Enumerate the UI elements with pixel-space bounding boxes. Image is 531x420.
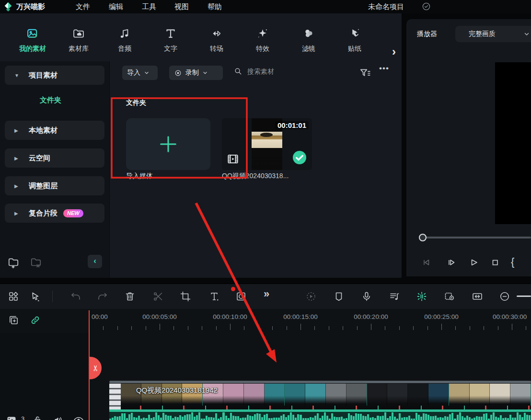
tab-stickers[interactable]: 贴纸 — [333, 22, 377, 57]
lock-open-icon[interactable] — [32, 414, 43, 420]
mask-tool-icon[interactable] — [235, 291, 247, 302]
mute-speaker-icon[interactable] — [53, 414, 64, 420]
previous-frame-button[interactable] — [421, 257, 432, 268]
tab-text[interactable]: 文字 — [149, 22, 193, 57]
sidebar-item-folder[interactable]: 文件夹 — [28, 96, 73, 105]
sidebar-item-adjustment-layer[interactable]: ▶ 调整图层 — [5, 176, 104, 195]
ruler-label: 00:00:30:00 — [493, 313, 527, 320]
clip-waveform — [109, 412, 531, 420]
chevron-down-icon — [523, 31, 530, 37]
track-header-column: 3 视频 3 — [0, 333, 89, 420]
timeline-ruler[interactable]: 00:00 00:00:05:00 00:00:10:00 00:00:15:0… — [89, 309, 531, 333]
ruler-label: 00:00:10:00 — [213, 313, 247, 320]
delete-icon[interactable] — [124, 291, 136, 302]
more-options-button[interactable]: ••• — [379, 64, 389, 73]
duplicate-icon[interactable] — [8, 315, 19, 326]
project-title: 未命名项目 — [368, 2, 404, 11]
media-panel: 导入 录制 ••• 文件夹 导入媒体 00:01:01 — [109, 61, 402, 278]
quality-dropdown[interactable]: 完整画质 — [455, 26, 531, 42]
menu-edit[interactable]: 编辑 — [109, 2, 123, 11]
search-icon — [233, 67, 242, 76]
player-panel: 播放器 完整画质 { — [406, 19, 531, 276]
tab-transitions[interactable]: 转场 — [195, 22, 239, 57]
timeline-horizontal-scrollbar[interactable] — [109, 381, 531, 383]
stock-media-icon — [72, 27, 85, 40]
chevron-down-icon — [202, 70, 208, 76]
marker-icon[interactable] — [333, 291, 345, 302]
text-tool-icon[interactable] — [208, 291, 220, 302]
chevron-right-icon: ▶ — [14, 211, 20, 216]
ruler-label: 00:00:20:00 — [354, 313, 388, 320]
notification-dot — [231, 287, 235, 291]
layout-tools-icon[interactable] — [8, 291, 19, 302]
menu-file[interactable]: 文件 — [76, 2, 90, 11]
seek-track[interactable] — [423, 237, 531, 238]
sidebar-item-compound-clip[interactable]: ▶ 复合片段 NEW — [5, 204, 104, 223]
search-input[interactable] — [246, 67, 320, 76]
track-number: 3 — [21, 415, 24, 420]
filter-icon[interactable] — [359, 67, 371, 79]
ruler-ticks — [89, 324, 531, 331]
record-button[interactable]: 录制 — [169, 66, 223, 80]
player-title: 播放器 — [417, 30, 437, 38]
import-button[interactable]: 导入 — [122, 66, 158, 80]
next-frame-button[interactable] — [446, 257, 457, 268]
clip-title: QQ视频20240303181942 — [136, 386, 218, 395]
app-logo-icon — [3, 1, 13, 12]
mark-in-button[interactable]: { — [511, 256, 514, 268]
tab-effects[interactable]: 特效 — [241, 22, 285, 57]
sidebar-item-local-media[interactable]: ▶ 本地素材 — [5, 121, 104, 140]
chevron-right-icon: ▶ — [14, 156, 20, 161]
redo-icon[interactable] — [97, 291, 108, 302]
beat-detection-icon[interactable] — [389, 291, 400, 302]
plus-icon — [157, 133, 179, 155]
tab-stock-media[interactable]: 素材库 — [57, 22, 101, 57]
select-tool-icon[interactable] — [30, 291, 41, 302]
transition-icon — [210, 27, 223, 40]
new-badge: NEW — [63, 209, 83, 217]
voiceover-mic-icon[interactable] — [361, 291, 372, 302]
auto-ripple-icon[interactable] — [416, 291, 427, 302]
tab-filters[interactable]: 滤镜 — [287, 22, 331, 57]
sidebar: ▼ 项目素材 文件夹 ▶ 本地素材 ▶ 云空间 ▶ 调整图层 ▶ 复合片段 NE… — [0, 61, 109, 278]
hide-track-eye-icon[interactable] — [73, 414, 84, 420]
delete-folder-icon[interactable] — [30, 256, 42, 269]
zoom-out-icon[interactable] — [499, 291, 510, 302]
split-scissors-icon[interactable] — [152, 291, 164, 302]
clip-marker-strip — [121, 406, 531, 409]
new-folder-icon[interactable] — [7, 256, 20, 269]
timeline-video-clip[interactable]: ▶ QQ视频20240303181942 — [109, 384, 531, 420]
collapse-sidebar-button[interactable]: ‹ — [88, 255, 102, 268]
video-media-card[interactable]: 00:01:01 — [222, 118, 312, 170]
sidebar-item-cloud-space[interactable]: ▶ 云空间 — [5, 148, 104, 168]
filmora-app-window: 万兴喵影 文件 编辑 工具 视图 帮助 未命名项目 我的素材 素材库 — [0, 0, 531, 420]
seek-knob[interactable] — [419, 234, 427, 241]
fit-timeline-icon[interactable] — [472, 291, 483, 302]
ruler-label: 00:00 — [92, 313, 108, 320]
link-clips-icon[interactable] — [30, 315, 41, 326]
chevron-right-icon: ▶ — [14, 128, 20, 133]
render-preview-icon[interactable] — [305, 291, 317, 302]
save-status-icon[interactable] — [422, 2, 431, 11]
toolbar-divider — [52, 291, 53, 302]
search-box — [233, 67, 320, 76]
import-media-label: 导入媒体 — [126, 172, 153, 181]
menu-tools[interactable]: 工具 — [142, 2, 156, 11]
zoom-slider[interactable] — [517, 295, 531, 297]
undo-icon[interactable] — [70, 291, 81, 302]
keyframe-camera-icon[interactable] — [444, 291, 455, 302]
tab-my-media[interactable]: 我的素材 — [11, 22, 55, 57]
crop-icon[interactable] — [180, 291, 191, 302]
ruler-label: 00:00:25:00 — [424, 313, 458, 320]
play-button[interactable] — [468, 257, 479, 268]
ribbon-expand-chevron-icon[interactable]: › — [392, 45, 396, 58]
video-preview — [495, 62, 531, 224]
tab-audio[interactable]: 音频 — [103, 22, 147, 57]
stop-button[interactable] — [489, 257, 501, 268]
menu-help[interactable]: 帮助 — [208, 2, 222, 11]
more-tools-chevrons-icon[interactable]: » — [264, 288, 269, 300]
sidebar-item-project-media[interactable]: ▼ 项目素材 — [5, 66, 104, 85]
menu-view[interactable]: 视图 — [174, 2, 189, 11]
import-media-card[interactable] — [126, 118, 210, 170]
playhead-scissors-badge[interactable]: ✂ — [90, 357, 102, 379]
